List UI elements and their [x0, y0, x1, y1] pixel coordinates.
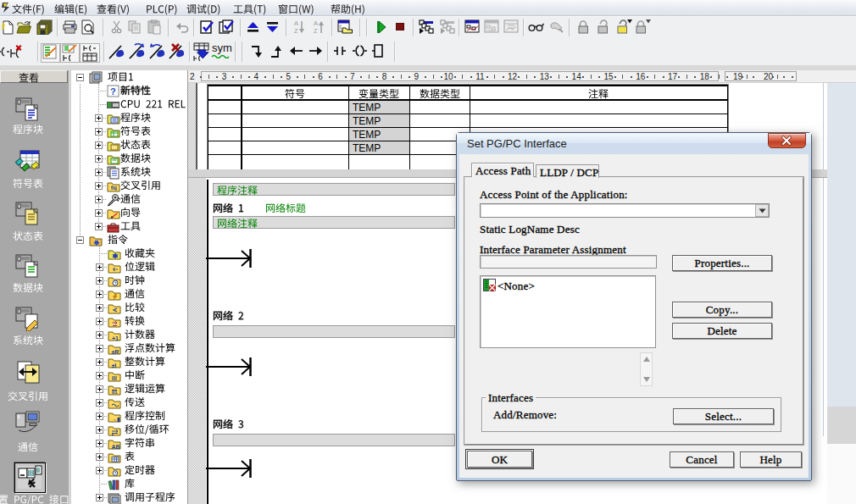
- svg-text:AB: AB: [112, 443, 120, 449]
- svg-text:Z: Z: [294, 27, 298, 35]
- svg-text:A: A: [294, 19, 298, 27]
- svg-text:Z: Z: [314, 27, 318, 35]
- svg-text:A: A: [314, 19, 318, 27]
- svg-text:→▮: →▮: [112, 416, 121, 423]
- svg-text:+1: +1: [112, 335, 119, 341]
- svg-text:±I: ±I: [112, 362, 117, 368]
- svg-text:±R: ±R: [112, 348, 120, 354]
- svg-text:?: ?: [110, 86, 116, 97]
